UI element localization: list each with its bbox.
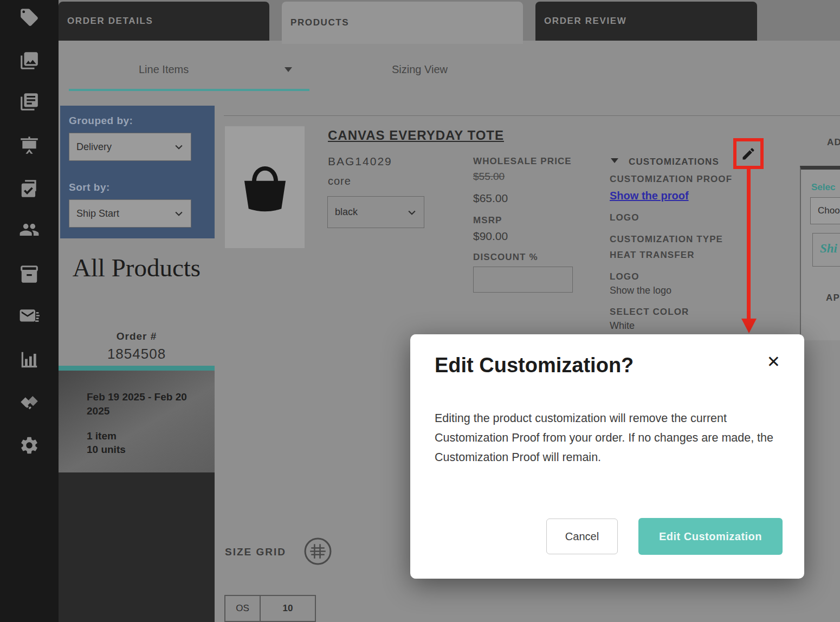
chevron-down-icon[interactable]	[285, 67, 292, 72]
grouped-by-label: Grouped by:	[69, 115, 133, 127]
app-window: ORDER DETAILS PRODUCTS ORDER REVIEW Line…	[0, 0, 840, 622]
size-cell: OS	[224, 595, 261, 622]
select-color-value: White	[610, 320, 635, 332]
products-box-icon[interactable]	[17, 262, 41, 286]
tab-order-details[interactable]: ORDER DETAILS	[59, 2, 269, 41]
logo2-label: LOGO	[610, 271, 639, 282]
delivery-item-count: 1 item	[87, 429, 201, 443]
chevron-down-icon	[406, 207, 417, 218]
logo2-value: Show the logo	[610, 285, 671, 296]
wholesale-price-label: WHOLESALE PRICE	[473, 156, 572, 167]
orders-checklist-icon[interactable]	[17, 177, 41, 200]
delivery-unit-count: 10 units	[87, 443, 201, 457]
annotation-arrow-head-icon	[741, 319, 757, 333]
customization-type-value: HEAT TRANSFER	[610, 250, 695, 261]
annotation-arrow-line	[747, 169, 751, 319]
modal-title: Edit Customization?	[435, 354, 634, 377]
size-label: OS	[236, 603, 249, 614]
product-title-link[interactable]: CANVAS EVERYDAY TOTE	[328, 128, 504, 143]
sidebar	[0, 0, 59, 622]
tag-icon[interactable]	[17, 5, 41, 29]
product-thumbnail[interactable]	[225, 126, 305, 248]
tab-products[interactable]: PRODUCTS	[282, 2, 523, 44]
discount-label: DISCOUNT %	[473, 252, 538, 263]
filter-panel: Grouped by: Delivery Sort by: Ship Start	[60, 106, 215, 238]
sort-by-label: Sort by:	[69, 182, 110, 193]
color-select-value: black	[335, 206, 358, 218]
subnav-line-items[interactable]: Line Items	[139, 63, 189, 76]
original-price: $55.00	[473, 171, 505, 183]
cancel-button-label: Cancel	[565, 530, 599, 543]
catalog-list-icon[interactable]	[17, 90, 41, 114]
product-season: core	[328, 175, 351, 187]
active-subnav-underline	[69, 89, 309, 91]
content-divider	[224, 115, 840, 116]
customizations-collapse-caret-icon[interactable]	[611, 158, 618, 163]
edit-pencil-icon[interactable]	[741, 146, 756, 161]
sort-by-select[interactable]: Ship Start	[69, 199, 191, 228]
cancel-button[interactable]: Cancel	[546, 519, 618, 554]
tote-bag-image	[235, 152, 295, 222]
linesheets-icon[interactable]	[17, 49, 41, 73]
logo-label: LOGO	[610, 212, 639, 223]
order-number: 1854508	[59, 346, 215, 362]
close-icon[interactable]: ✕	[767, 354, 780, 370]
tab-order-review[interactable]: ORDER REVIEW	[535, 2, 757, 41]
current-price: $65.00	[473, 192, 508, 205]
handshake-icon[interactable]	[17, 390, 41, 414]
customization-type-label: CUSTOMIZATION TYPE	[610, 234, 723, 245]
page-title: All Products	[59, 252, 215, 284]
right-panel-select-label: Selec	[811, 182, 835, 193]
annotation-highlight-box	[733, 138, 764, 169]
grouped-by-value: Delivery	[76, 141, 112, 153]
edit-customization-button[interactable]: Edit Customization	[638, 518, 783, 555]
right-panel-dropdown-value: Choo	[818, 205, 840, 216]
quantity-cell[interactable]: 10	[260, 595, 316, 622]
msrp-value: $90.00	[473, 230, 508, 243]
delivery-date-range: Feb 19 2025 - Feb 20 2025	[87, 390, 201, 418]
customization-proof-label: CUSTOMIZATION PROOF	[610, 174, 732, 185]
tab-order-details-label: ORDER DETAILS	[67, 16, 153, 27]
customizations-header[interactable]: CUSTOMIZATIONS	[629, 157, 719, 167]
right-panel-dropdown[interactable]: Choo	[810, 197, 840, 224]
edit-customization-button-label: Edit Customization	[659, 530, 762, 543]
order-number-label: Order #	[59, 331, 215, 342]
show-proof-link[interactable]: Show the proof	[610, 190, 689, 202]
size-grid-icon[interactable]	[303, 537, 332, 566]
msrp-label: MSRP	[473, 215, 502, 226]
delivery-group-card[interactable]: Feb 19 2025 - Feb 20 2025 1 item 10 unit…	[59, 371, 215, 472]
tab-order-review-label: ORDER REVIEW	[544, 16, 626, 27]
subnav-sizing-view[interactable]: Sizing View	[392, 63, 448, 76]
quantity-value: 10	[283, 603, 293, 614]
edit-customization-modal: Edit Customization? ✕ Editing the produc…	[410, 334, 804, 579]
chevron-down-icon	[173, 141, 184, 152]
select-color-label: SELECT COLOR	[610, 307, 689, 318]
right-panel-ship-text: Shi	[820, 242, 837, 256]
gear-icon[interactable]	[17, 433, 41, 457]
modal-body-text: Editing the product customization will r…	[435, 409, 786, 468]
grouped-by-select[interactable]: Delivery	[69, 133, 191, 161]
reports-icon[interactable]	[17, 348, 41, 372]
color-select[interactable]: black	[327, 196, 424, 228]
mail-icon[interactable]	[17, 304, 41, 328]
sort-by-value: Ship Start	[76, 208, 119, 219]
delivery-group-accent	[59, 366, 215, 371]
right-panel-header: AD	[827, 137, 840, 148]
right-panel-apply-label[interactable]: AP	[826, 293, 840, 303]
tab-products-label: PRODUCTS	[290, 17, 349, 28]
product-sku: BAG14029	[328, 155, 392, 168]
contacts-icon[interactable]	[17, 218, 41, 242]
discount-input[interactable]	[473, 267, 573, 293]
presentation-icon[interactable]	[17, 133, 41, 157]
size-grid-label: SIZE GRID	[225, 546, 286, 558]
chevron-down-icon	[173, 208, 184, 219]
left-panel-background	[59, 472, 215, 622]
